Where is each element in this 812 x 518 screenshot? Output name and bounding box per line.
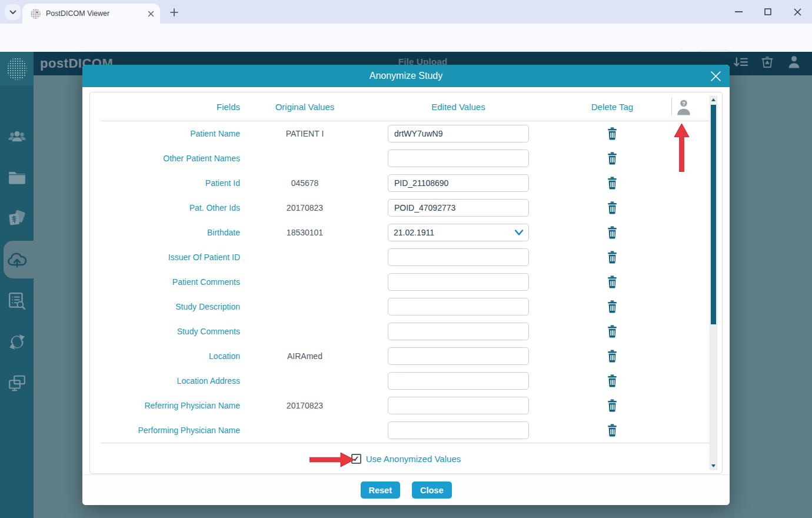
delete-tag-button[interactable]: [606, 250, 619, 264]
table-row: Study Comments: [90, 319, 722, 344]
tab-close-icon[interactable]: [148, 11, 154, 17]
sidebar-item-patients[interactable]: [0, 115, 34, 157]
trash-icon: [607, 300, 618, 313]
table-row: Patient Name PATIENT I: [90, 121, 722, 146]
anonymize-study-modal: Anonymize Study Fields Original Values E…: [82, 65, 730, 505]
delete-tag-button[interactable]: [606, 176, 619, 190]
new-tab-button[interactable]: [167, 5, 181, 19]
table-row: Patient Comments: [90, 270, 722, 294]
trash-icon: [607, 275, 618, 288]
delete-tag-button[interactable]: [606, 151, 619, 165]
table-header-row: Fields Original Values Edited Values Del…: [90, 92, 722, 121]
original-value: PATIENT I: [246, 129, 364, 138]
trash-icon: [607, 177, 618, 190]
edited-value-input[interactable]: [388, 125, 529, 142]
edited-value-input[interactable]: [388, 174, 529, 192]
delete-tag-button[interactable]: [606, 127, 619, 141]
field-label: Birthdate: [90, 228, 246, 237]
window-minimize-button[interactable]: [731, 4, 746, 19]
edited-cell: [364, 125, 553, 142]
close-button[interactable]: Close: [412, 482, 452, 499]
table-row: Location AIRAmed: [90, 344, 722, 368]
edited-value-input[interactable]: [388, 298, 529, 316]
edited-value-input[interactable]: [388, 347, 529, 365]
xray-studies-icon: [8, 210, 26, 227]
anonymize-table-panel: Fields Original Values Edited Values Del…: [89, 92, 723, 474]
edited-value-select[interactable]: 21.02.1911: [388, 224, 529, 241]
delete-tag-button[interactable]: [606, 324, 619, 338]
delete-tag-button[interactable]: [606, 300, 619, 314]
edited-value-input[interactable]: [388, 421, 529, 439]
edited-value-input[interactable]: [388, 323, 529, 340]
scrollbar-down-arrow[interactable]: [710, 463, 717, 469]
sync-arrows-icon: [8, 333, 26, 351]
edited-cell: [364, 372, 553, 390]
reset-button[interactable]: Reset: [361, 482, 401, 499]
sidebar-item-sync[interactable]: [0, 321, 34, 363]
field-label: Study Comments: [90, 327, 246, 336]
modal-header: Anonymize Study: [82, 65, 730, 87]
delete-tag-button[interactable]: [606, 349, 619, 363]
scrollbar-up-arrow[interactable]: [710, 97, 717, 103]
trash-icon: [607, 251, 618, 264]
modal-close-button[interactable]: [708, 69, 723, 83]
original-value: AIRAmed: [246, 351, 364, 361]
edited-cell: 21.02.1911: [364, 224, 553, 241]
tab-title: PostDICOM Viewer: [46, 9, 148, 18]
field-label: Patient Comments: [90, 277, 246, 287]
edited-cell: [364, 273, 553, 291]
delete-tag-button[interactable]: [606, 399, 619, 413]
edited-cell: [364, 397, 553, 414]
edited-value-input[interactable]: [388, 248, 529, 266]
chevron-down-icon: [9, 10, 16, 15]
anonymous-person-icon[interactable]: ?: [676, 98, 691, 115]
sidebar-logo: [0, 52, 34, 85]
edited-value-input[interactable]: [388, 199, 529, 217]
window-maximize-button[interactable]: [760, 4, 776, 19]
field-label: Location Address: [90, 376, 246, 386]
tab-search-button[interactable]: [5, 4, 21, 20]
table-row: Birthdate 18530101 21.02.1911: [90, 220, 722, 245]
field-label: Referring Physician Name: [90, 401, 246, 410]
worklist-search-icon: [8, 292, 26, 310]
browser-tab[interactable]: PostDICOM Viewer: [22, 4, 160, 24]
delete-tag-button[interactable]: [606, 201, 619, 215]
sidebar-item-worklist-search[interactable]: [0, 280, 34, 321]
original-value: 18530101: [246, 228, 364, 237]
column-header-original: Original Values: [246, 102, 364, 112]
delete-tag-button[interactable]: [606, 225, 619, 240]
sidebar-item-upload[interactable]: [0, 239, 34, 280]
recycle-bin-icon[interactable]: [760, 54, 775, 69]
sidebar-item-studies[interactable]: [0, 198, 34, 239]
edited-value-input[interactable]: [388, 150, 529, 167]
delete-tag-button[interactable]: [606, 423, 619, 437]
account-person-icon[interactable]: [786, 54, 801, 69]
field-label: Pat. Other Ids: [90, 203, 246, 212]
cloud-upload-icon: [6, 251, 28, 268]
table-row: Issuer Of Patient ID: [90, 245, 722, 270]
edited-cell: [364, 150, 553, 167]
field-label: Location: [90, 351, 246, 361]
window-close-button[interactable]: [790, 4, 805, 19]
use-anonymized-checkbox[interactable]: ✓: [351, 454, 361, 464]
sort-list-icon[interactable]: [733, 54, 748, 69]
postdicom-favicon-icon: [31, 9, 41, 19]
scrollbar-thumb[interactable]: [711, 105, 716, 324]
trash-icon: [607, 127, 618, 140]
sidebar-item-folders[interactable]: [0, 157, 34, 198]
field-label: Patient Id: [90, 178, 246, 188]
brain-logo-icon: [7, 58, 27, 80]
original-value: 20170823: [246, 401, 364, 410]
field-label: Other Patient Names: [90, 154, 246, 163]
delete-tag-button[interactable]: [606, 374, 619, 388]
edited-cell: [364, 174, 553, 192]
delete-tag-button[interactable]: [606, 275, 619, 289]
field-label: Issuer Of Patient ID: [90, 253, 246, 262]
table-row: Other Patient Names: [90, 146, 722, 171]
edited-value-input[interactable]: [388, 397, 529, 414]
edited-value-input[interactable]: [388, 372, 529, 390]
table-scrollbar[interactable]: [710, 96, 717, 470]
sidebar-item-share-monitors[interactable]: [0, 363, 34, 404]
edited-value-input[interactable]: [388, 273, 529, 291]
patients-icon: [8, 129, 26, 143]
